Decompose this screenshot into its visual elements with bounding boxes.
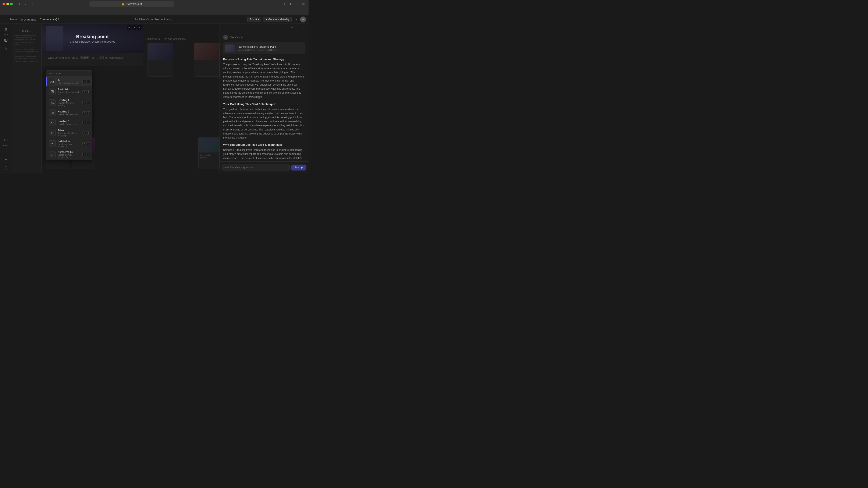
get-more-label: Get more Materiity (268, 18, 289, 21)
send-label: Send (294, 166, 300, 169)
export-button[interactable]: Export ▾ (247, 17, 261, 22)
send-button[interactable]: Send ▶ (291, 165, 306, 170)
main-content: Back ✎ (0, 24, 309, 173)
breadcrumb-commercial[interactable]: Commercial Q2 (40, 18, 59, 21)
bulleted-block-name: Bulleted list (58, 140, 80, 143)
sidebar-item-edit[interactable]: ✎ (2, 45, 10, 53)
h3-block-icon: H3 (49, 119, 56, 126)
trash-icon[interactable] (2, 164, 10, 172)
sparkle-icon[interactable]: ✦ (2, 156, 10, 163)
forward-btn[interactable]: › (30, 1, 35, 6)
goal-heading: Your Goal Using This Card & Technique: (223, 102, 305, 106)
onrunning-icon: ◎ (21, 18, 23, 21)
h2-block-info: Heading 2 Used for key sections. (58, 110, 80, 116)
edit-icon[interactable]: ✎ (2, 45, 10, 53)
block-item-table[interactable]: ⊞ Table Add a simple table to your page.… (46, 128, 92, 138)
sidebar-item-cards[interactable]: Cards (2, 136, 10, 147)
blueprint-icon[interactable] (2, 36, 10, 44)
block-item-todo[interactable]: ☑ To-do list Track tasks with a to-do li… (46, 87, 92, 97)
sidebar-item-blueprint[interactable] (2, 36, 10, 44)
star-icon: ✦ (265, 18, 268, 21)
lock-icon: 🔒 (121, 3, 125, 5)
export-label: Export (250, 18, 257, 21)
bulleted-block-icon: • (49, 140, 56, 147)
h2-kbd-cmd: ⌘ (83, 111, 87, 115)
back-btn[interactable]: ‹ (23, 1, 28, 6)
block-item-h3[interactable]: H3 Heading 3 Used for subsections. ⌘ 4 (46, 118, 92, 128)
sidebar-item-sparkle[interactable]: ✦ (2, 156, 10, 163)
card-title: Breaking point (76, 34, 109, 39)
traffic-lights (3, 3, 13, 5)
ai-goal-section: Your Goal Using This Card & Technique: Y… (223, 102, 305, 140)
sidebar-item-trash[interactable] (2, 164, 10, 172)
maximize-button[interactable] (10, 3, 13, 5)
top-nav: ⌂ Home / ◎ Onrunning / Commercial Q2 An … (0, 15, 309, 24)
block-item-h1[interactable]: H1 Heading 1 Used for top level heading.… (46, 97, 92, 108)
square-icon[interactable]: □ (2, 147, 10, 155)
table-block-info: Table Add a simple table to your page. (58, 129, 80, 137)
table-block-shortcut: ⌘ 5 (83, 132, 90, 134)
ai-question-input[interactable] (222, 164, 290, 171)
challenges-card-thumb (194, 43, 219, 60)
for-commands-text: for commands (105, 56, 123, 59)
breadcrumb-home[interactable]: Home (10, 18, 18, 21)
back-icon[interactable] (2, 25, 10, 33)
breadcrumb-sep-1: / (19, 18, 20, 21)
overcoming-thumb (198, 138, 219, 153)
block-item-h2[interactable]: H2 Heading 2 Used for key sections. ⌘ 3 (46, 108, 92, 118)
editor-placeholder: Write something or press Space for AI , … (45, 56, 140, 59)
challenges-card (194, 43, 220, 77)
minimize-button[interactable] (6, 3, 9, 5)
get-more-button[interactable]: ✦ Get more Materiity (263, 17, 291, 22)
numbered-block-info: Numbered list Create a simple bulleted l… (58, 151, 80, 158)
todo-block-icon: ☑ (49, 89, 56, 95)
ai-close-btn[interactable]: ✕ (301, 25, 306, 30)
purpose-text: The purpose of using the "Breaking Point… (223, 63, 305, 99)
close-hero-btn[interactable]: ✕ (137, 25, 142, 30)
h3-kbd-cmd: ⌘ (83, 121, 87, 124)
block-item-bulleted[interactable]: • Bulleted list Create a simple bulleted… (46, 138, 92, 149)
ai-edit-btn[interactable]: ✎ (289, 25, 294, 30)
sidebar-item-back[interactable]: Back (2, 25, 10, 36)
block-item-numbered[interactable]: 1. Numbered list Create a simple bullete… (46, 149, 92, 160)
todo-block-info: To-do list Track tasks with a to-do list… (58, 88, 80, 96)
slash-kbd: / (100, 56, 104, 59)
flashback-label: Flashback to (145, 37, 160, 40)
todo-kbd-key: 1 (87, 91, 90, 93)
purpose-heading: Purpose of Using This Technique and Stra… (223, 58, 305, 61)
downloads-btn[interactable]: ⤓ (282, 1, 287, 6)
sidebar-toggle-btn[interactable]: ⊟ (16, 1, 21, 6)
sidebar-item-square[interactable]: □ (2, 147, 10, 155)
text-block-desc: Start writing plain text. (58, 82, 80, 84)
bulleted-block-desc: Create a simple bulleted list. (58, 143, 80, 148)
share-btn[interactable]: ⬆ (288, 1, 293, 6)
avatar[interactable]: A (300, 17, 306, 23)
left-sidebar: Back ✎ (0, 24, 12, 173)
nav-right: Export ▾ ✦ Get more Materiity ⚙ A (247, 17, 306, 23)
info-hero-btn[interactable]: ● (132, 25, 136, 30)
new-tab-btn[interactable]: + (294, 1, 300, 6)
ai-content: ✦ Storyflow AI How to implement: "Breaki… (220, 31, 309, 161)
breadcrumb-onrunning-label[interactable]: Onrunning (24, 18, 36, 21)
windows-btn[interactable]: ⧉ (301, 1, 306, 6)
h2-block-desc: Used for key sections. (58, 113, 80, 116)
edit-hero-btn[interactable]: ✏ (127, 25, 131, 30)
numbered-block-icon: 1. (49, 151, 56, 158)
canvas-area: Blueprint Humbl... Strategy: Introduce t… (12, 24, 220, 173)
reload-icon[interactable]: ↺ (140, 3, 142, 5)
h2-block-shortcut: ⌘ 3 (83, 111, 90, 115)
ai-purpose-section: Purpose of Using This Technique and Stra… (223, 58, 305, 99)
editor-area[interactable]: Write something or press Space for AI , … (41, 53, 143, 66)
close-button[interactable] (3, 3, 5, 5)
ai-info-btn[interactable]: ℹ (296, 25, 301, 30)
block-item-text[interactable]: Aa Text Start writing plain text. ⌘ 0 (46, 77, 92, 87)
left-card-title: Humbl... (13, 25, 40, 34)
browser-titlebar: ⊟ ‹ › 🔒 Storyflow.io ↺ ⤓ ⬆ + ⧉ (0, 0, 309, 8)
svg-rect-4 (5, 39, 7, 41)
bulleted-block-info: Bulleted list Create a simple bulleted l… (58, 140, 80, 148)
settings-btn[interactable]: ⚙ (293, 17, 299, 22)
svg-rect-3 (6, 29, 7, 31)
address-bar[interactable]: 🔒 Storyflow.io ↺ (89, 1, 174, 7)
cards-icon[interactable] (2, 136, 10, 144)
home-btn[interactable]: ⌂ (3, 17, 8, 23)
